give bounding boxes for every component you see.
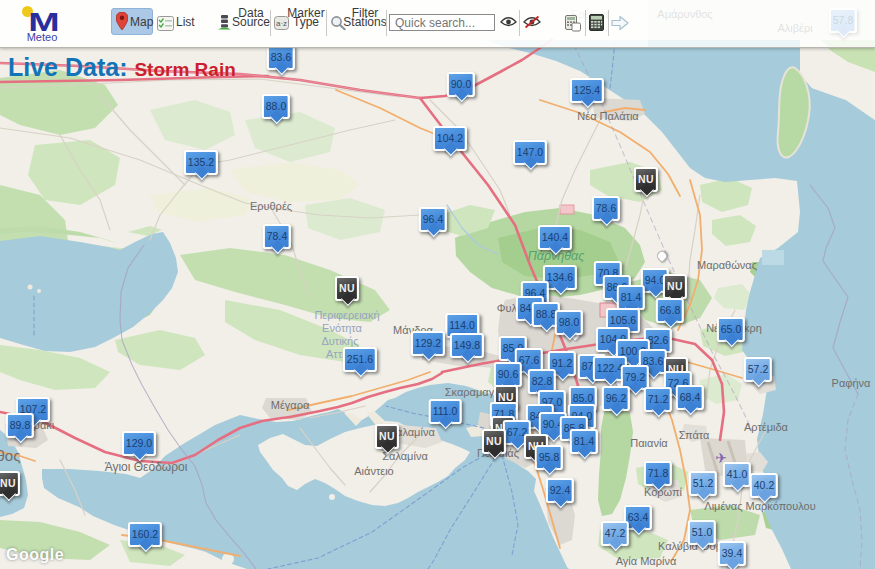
svg-text:Νέα Παλάτια: Νέα Παλάτια	[577, 110, 639, 122]
svg-text:Μέγαρα: Μέγαρα	[271, 399, 310, 411]
svg-text:Άγιοι Θεόδωροι: Άγιοι Θεόδωροι	[105, 460, 188, 474]
svg-text:Ενότητα: Ενότητα	[322, 322, 362, 334]
svg-text:Περιφερειακή: Περιφερειακή	[314, 309, 379, 321]
svg-text:Meteo: Meteo	[27, 31, 58, 43]
svg-text:Αιάντειο: Αιάντειο	[354, 465, 393, 477]
svg-text:Δυτικής: Δυτικής	[321, 335, 358, 347]
svg-text:Λιμένας Μαρκόπουλου: Λιμένας Μαρκόπουλου	[704, 500, 815, 512]
svg-text:Κορωπί: Κορωπί	[644, 486, 683, 498]
svg-text:Σπάτα: Σπάτα	[679, 429, 710, 441]
svg-text:Αγία Μαρίνα: Αγία Μαρίνα	[616, 555, 677, 567]
svg-text:Κόρινθος: Κόρινθος	[0, 447, 20, 464]
svg-text:Αρτέμιδα: Αρτέμιδα	[744, 421, 789, 433]
svg-text:Μαραθώνας: Μαραθώνας	[697, 259, 757, 271]
svg-text:Παιανία: Παιανία	[630, 437, 668, 449]
svg-text:Ραφήνα: Ραφήνα	[832, 377, 871, 389]
svg-text:Ερυθρές: Ερυθρές	[250, 200, 292, 212]
